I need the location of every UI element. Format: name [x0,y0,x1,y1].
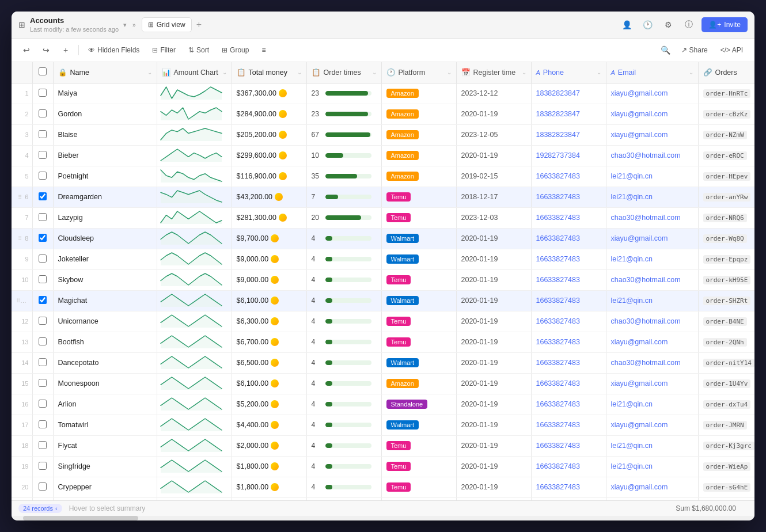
money-col-sort[interactable]: ⌄ [297,69,302,75]
row-email-cell: lei21@qin.cn [606,394,698,415]
records-badge[interactable]: 24 records ‹ [18,504,62,513]
row-checkbox[interactable] [39,420,47,428]
row-checkbox-cell[interactable] [32,394,53,415]
row-checkbox-cell[interactable] [32,311,53,332]
chart-col-sort[interactable]: ⌄ [222,69,227,75]
row-checkbox[interactable] [39,234,47,242]
row-checkbox-cell[interactable] [32,373,53,394]
row-checkbox-cell[interactable] [32,332,53,352]
scrollbar-thumb[interactable] [23,516,138,520]
order-bar-fill [325,91,368,96]
row-checkbox-cell[interactable] [32,187,53,207]
row-checkbox[interactable] [39,400,47,408]
share-button[interactable]: ↗ Share [677,44,712,56]
col-header-orders[interactable]: 📋 Order times ⌄ [306,62,381,83]
add-view-button[interactable]: + [196,20,202,30]
row-money: $6,500.00 [237,359,269,367]
sort-button[interactable]: ⇅ Sort [184,44,214,56]
avatar-button[interactable]: 👤 [619,17,635,33]
row-checkbox-cell[interactable] [32,166,53,187]
col-header-name[interactable]: 🔒 Name ⌄ [53,62,157,83]
records-count: 24 records [23,505,53,512]
phone-col-sort[interactable]: ⌄ [597,69,601,75]
platform-col-sort[interactable]: ⌄ [447,69,452,75]
row-regtime-cell: 2020-01-19 [456,269,531,290]
row-checkbox[interactable] [39,317,47,325]
row-checkbox-cell[interactable] [32,477,53,497]
col-header-check[interactable] [32,62,53,83]
table-container[interactable]: 🔒 Name ⌄ 📊 Amount Chart ⌄ [12,62,754,500]
row-checkbox[interactable] [39,254,47,263]
collapse-icon[interactable]: » [131,21,137,29]
undo-button[interactable]: ↩ [18,42,35,58]
grid-view-button[interactable]: ⊞ Grid view [142,17,192,32]
row-name: Crypepper [58,483,92,491]
row-checkbox[interactable] [39,275,47,283]
row-checkbox[interactable] [39,296,47,304]
invite-button[interactable]: 👤+ Invite [701,17,748,32]
name-col-sort[interactable]: ⌄ [147,69,152,75]
col-header-phone[interactable]: A Phone ⌄ [531,62,606,83]
row-checkbox-cell[interactable] [32,249,53,269]
row-checkbox-cell[interactable] [32,145,53,166]
row-checkbox-cell[interactable] [32,104,53,124]
row-checkbox-cell[interactable] [32,352,53,373]
row-number: 5 [12,166,32,187]
api-button[interactable]: </> API [716,44,748,56]
row-checkbox-cell[interactable] [32,83,53,104]
history-button[interactable]: 🕐 [639,17,655,33]
more-button[interactable]: ≡ [257,44,270,56]
row-checkbox[interactable] [39,379,47,387]
email-col-sort[interactable]: ⌄ [689,69,693,75]
row-chart-cell [157,311,232,332]
title-chevron-icon[interactable]: ▾ [123,21,127,29]
col-header-chart[interactable]: 📊 Amount Chart ⌄ [157,62,232,83]
row-checkbox[interactable] [39,337,47,345]
col-header-money[interactable]: 📋 Total money ⌄ [232,62,306,83]
row-checkbox[interactable] [39,192,47,200]
row-checkbox-cell[interactable] [32,497,53,500]
row-checkbox[interactable] [39,441,47,449]
row-checkbox[interactable] [39,109,47,117]
col-header-platform[interactable]: 🕐 Platform ⌄ [381,62,456,83]
col-header-regtime[interactable]: 📅 Register time ⌄ [456,62,531,83]
row-phone-cell: 18382823847 [531,497,606,500]
row-checkbox[interactable] [39,151,47,159]
orders-col-sort[interactable]: ⌄ [372,69,377,75]
redo-button[interactable]: ↪ [38,42,54,58]
row-checkbox[interactable] [39,462,47,470]
drag-handle-icon[interactable]: ⠿ [18,235,22,242]
row-checkbox-cell[interactable] [32,228,53,249]
row-name-cell: Singfridge [53,456,157,477]
row-checkbox-cell[interactable] [32,435,53,456]
settings-button[interactable]: ⚙ [660,17,676,33]
select-all-checkbox[interactable] [39,67,47,75]
row-checkbox-cell[interactable] [32,269,53,290]
group-button[interactable]: ⊞ Group [217,44,253,56]
col-header-orderid[interactable]: 🔗 Orders ⌄ [698,62,754,83]
row-checkbox[interactable] [39,358,47,366]
row-checkbox[interactable] [39,482,47,491]
row-checkbox-cell[interactable] [32,124,53,145]
row-email: xiayu@gmail.com [611,234,668,242]
filter-button[interactable]: ⊟ Filter [147,44,180,56]
horizontal-scrollbar[interactable] [12,516,754,520]
regtime-col-sort[interactable]: ⌄ [522,69,526,75]
row-checkbox-cell[interactable] [32,415,53,435]
row-orderid: order-dxTu4 [703,400,751,409]
row-checkbox[interactable] [39,89,47,97]
row-checkbox-cell[interactable] [32,290,53,311]
row-checkbox[interactable] [39,172,47,180]
row-name: Maiya [58,89,77,97]
row-checkbox[interactable] [39,213,47,221]
row-checkbox[interactable] [39,130,47,138]
row-checkbox-cell[interactable] [32,456,53,477]
row-checkbox-cell[interactable] [32,207,53,228]
drag-handle-icon[interactable]: ⠿ [18,194,22,200]
col-header-email[interactable]: A Email ⌄ [606,62,698,83]
add-field-button[interactable]: + [58,42,74,58]
drag-handle-icon[interactable]: ⠿ [16,298,20,304]
search-button[interactable]: 🔍 [657,42,673,58]
help-button[interactable]: ⓘ [681,17,697,33]
hidden-fields-button[interactable]: 👁 Hidden Fields [84,44,144,56]
